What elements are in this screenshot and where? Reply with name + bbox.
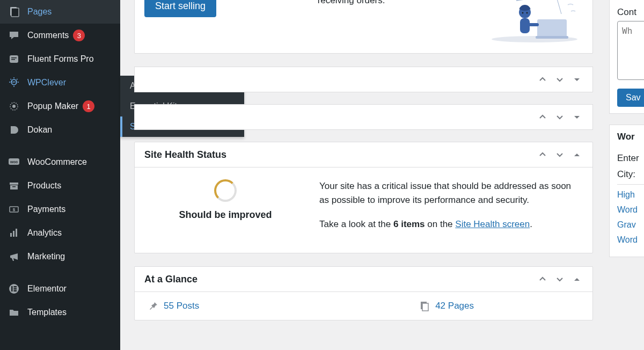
sidebar-item-fluentforms[interactable]: Fluent Forms Pro [0,47,120,71]
sidebar-item-products[interactable]: Products [0,174,120,198]
right-link-1[interactable]: High [617,190,644,200]
money-icon: $ [8,203,20,216]
dokan-icon [8,123,20,136]
sidebar-item-label: Popup Maker [27,101,78,111]
svg-rect-1 [11,8,19,17]
move-up-icon[interactable] [537,74,548,85]
svg-point-14 [12,105,16,108]
svg-rect-32 [536,36,568,39]
content-label: Cont [617,7,644,18]
toggle-icon[interactable] [571,111,583,123]
sidebar-item-label: Comments [27,31,69,40]
svg-line-10 [11,79,12,80]
move-down-icon[interactable] [554,149,566,161]
svg-rect-23 [13,231,14,237]
svg-rect-29 [14,290,17,292]
svg-rect-27 [14,286,17,288]
right-link-4[interactable]: Word [617,235,644,245]
quick-draft-textarea[interactable] [617,21,644,80]
pages-icon [419,301,430,311]
at-a-glance-title: At a Glance [144,274,197,285]
sidebar-item-payments[interactable]: $ Payments [0,198,120,221]
archive-icon [8,179,20,192]
toggle-icon[interactable] [571,149,583,161]
site-health-title: Site Health Status [144,149,226,161]
at-a-glance-card: At a Glance 55 Posts 42 Pages [134,266,593,320]
move-up-icon[interactable] [537,273,548,285]
sidebar-item-label: Analytics [27,228,62,238]
svg-rect-3 [11,57,17,59]
main-content: Start selling receiving orders. [120,0,644,350]
svg-line-39 [516,0,556,1]
move-down-icon[interactable] [554,74,566,85]
events-heading: Wor [617,132,644,142]
sidebar-item-label: Templates [27,308,67,317]
admin-sidebar: Pages Comments 3 Fluent Forms Pro WPC WP… [0,0,120,350]
move-up-icon[interactable] [537,111,548,123]
enter-city-text: Enter [617,153,644,164]
sidebar-item-label: Products [27,181,61,191]
svg-rect-28 [14,288,17,290]
elementor-icon [8,282,20,295]
popup-icon [8,100,20,113]
folder-icon [8,306,20,319]
welcome-card: Start selling receiving orders. [134,0,593,54]
city-label: City: [617,169,644,180]
svg-text:woo: woo [10,160,18,164]
move-down-icon[interactable] [554,273,566,285]
health-description: Your site has a critical issue that shou… [319,179,580,208]
move-down-icon[interactable] [554,111,566,123]
pin-icon [148,301,158,311]
svg-rect-31 [537,19,567,38]
glance-posts-link[interactable]: 55 Posts [148,301,199,311]
right-link-2[interactable]: Word [617,205,644,215]
toggle-icon[interactable] [571,273,583,285]
health-progress-icon [214,179,237,202]
health-cta: Take a look at the 6 items on the Site H… [319,217,580,231]
sidebar-item-templates[interactable]: Templates [0,301,120,324]
site-health-link[interactable]: Site Health screen [455,219,530,229]
sidebar-item-comments[interactable]: Comments 3 [0,24,120,47]
popupmaker-badge: 1 [83,100,94,112]
sidebar-item-elementor[interactable]: Elementor [0,277,120,301]
sidebar-item-popupmaker[interactable]: Popup Maker 1 [0,94,120,118]
toggle-icon[interactable] [571,74,583,85]
start-selling-button[interactable]: Start selling [144,0,216,17]
sidebar-item-woocommerce[interactable]: woo WooCommerce [0,150,120,174]
svg-point-36 [526,12,528,14]
svg-rect-17 [10,183,18,185]
svg-rect-18 [10,185,18,189]
glance-posts-text: 55 Posts [164,301,199,311]
form-icon [8,53,20,65]
move-up-icon[interactable] [537,149,548,161]
svg-point-35 [522,12,524,14]
sidebar-item-dokan[interactable]: Dokan [0,118,120,142]
right-link-3[interactable]: Grav [617,220,644,230]
site-health-card: Site Health Status Should be improved Yo… [134,142,593,253]
svg-rect-38 [528,23,539,26]
sidebar-separator [0,268,120,277]
sidebar-separator [0,142,120,150]
sidebar-item-wpclever[interactable]: WPC WPClever [0,71,120,94]
sidebar-item-label: Elementor [27,284,67,294]
welcome-illustration [486,0,583,43]
svg-rect-37 [520,18,530,33]
sidebar-item-label: Marketing [27,252,65,261]
svg-text:WPC: WPC [11,81,17,84]
sidebar-item-marketing[interactable]: Marketing [0,245,120,268]
lightbulb-icon: WPC [8,76,20,89]
sidebar-item-label: WPClever [27,78,66,88]
svg-rect-22 [10,233,12,237]
svg-line-11 [17,79,18,80]
glance-pages-text: 42 Pages [435,301,474,311]
page-icon [8,5,20,18]
svg-point-34 [519,6,530,11]
save-draft-button[interactable]: Sav [617,89,644,107]
comment-icon [8,29,20,42]
health-status-label: Should be improved [148,209,303,221]
megaphone-icon [8,250,20,263]
sidebar-item-analytics[interactable]: Analytics [0,221,120,245]
sidebar-item-pages[interactable]: Pages [0,0,120,24]
chart-icon [8,227,20,239]
glance-pages-link[interactable]: 42 Pages [419,301,474,311]
